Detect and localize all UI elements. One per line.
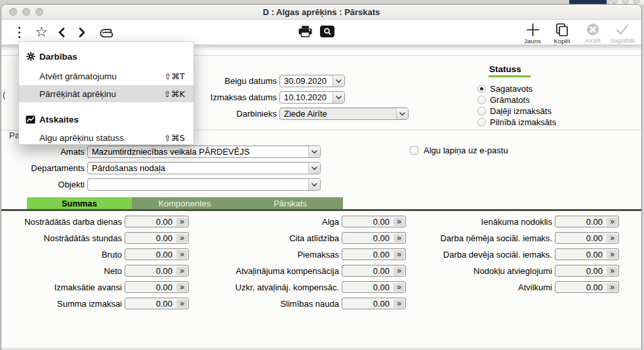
employee-value: Ziede Airīte (284, 109, 396, 119)
income-tax-field[interactable]: 0.00 » (555, 216, 619, 227)
vacation-compensation-field[interactable]: 0.00 » (342, 265, 406, 277)
expand-icon[interactable]: » (176, 250, 188, 259)
save-button[interactable]: Saglabāt (607, 23, 637, 45)
expand-icon[interactable]: » (607, 283, 618, 292)
copy-icon (555, 23, 569, 37)
plus-icon (526, 23, 540, 37)
expand-icon[interactable]: » (176, 283, 188, 292)
deductions-field[interactable]: 0.00 » (555, 281, 619, 293)
paperclip-icon[interactable] (98, 26, 117, 38)
deductions-label: Atvilkumi (421, 281, 552, 293)
tab-parskats[interactable]: Pārskats (237, 197, 343, 209)
expand-icon[interactable]: » (176, 218, 188, 226)
salary-field[interactable]: 0.00 » (342, 216, 406, 227)
position-select[interactable]: Mazumtirdzniecības veikala PĀRDEVĒJS (87, 146, 321, 158)
vacation-compensation-label: Atvaļinājuma kompensācija (211, 265, 339, 277)
tax-reliefs-field[interactable]: 0.00 » (555, 265, 619, 277)
print-icon[interactable] (298, 25, 312, 38)
employee-social-field[interactable]: 0.00 » (555, 232, 619, 244)
expand-icon[interactable]: » (607, 267, 618, 275)
menu-item-atvert-gramatojumu[interactable]: Atvērt grāmatojumu ⇧⌘T (19, 68, 193, 84)
menu-item-shortcut: ⇧⌘S (164, 133, 185, 143)
search-icon[interactable] (320, 26, 334, 37)
employer-social-label: Darba devēja sociāl. iemaks. (421, 248, 552, 260)
accrued-vacation-comp-value: 0.00 (343, 282, 393, 292)
expand-icon[interactable]: » (176, 300, 188, 308)
end-date-select[interactable]: 30.09.2020 (279, 75, 345, 87)
expand-icon[interactable]: » (393, 300, 405, 308)
employee-social-value: 0.00 (556, 233, 607, 243)
edge-fragment: ( (3, 90, 5, 100)
radio-pilniba-izmaksats[interactable] (477, 118, 486, 126)
department-label: Departaments (1, 162, 85, 174)
menu-item-parrekinat-aprekinu[interactable]: Pārrēķināt aprēķinu ⇧⌘K (19, 85, 193, 102)
title-bar: D : Algas aprēķins : Pārskats (1, 5, 641, 20)
tab-komponentes[interactable]: Komponentes (132, 197, 237, 209)
tax-reliefs-value: 0.00 (556, 266, 607, 276)
amount-payable-field[interactable]: 0.00 » (125, 298, 189, 309)
expand-icon[interactable]: » (393, 267, 405, 275)
chevron-down-icon (308, 163, 320, 174)
radio-sagatavots[interactable] (477, 85, 486, 93)
radio-daleji-izmaksats[interactable] (477, 107, 486, 115)
sick-pay-field[interactable]: 0.00 » (342, 298, 406, 309)
income-tax-label: Ienākuma nodoklis (421, 216, 552, 227)
copy-record-button[interactable]: Kopēt (547, 23, 577, 45)
expand-icon[interactable]: » (176, 267, 188, 275)
cancel-button[interactable]: Atcelt (578, 23, 608, 45)
chevron-down-icon (332, 75, 344, 87)
expand-icon[interactable]: » (393, 283, 405, 292)
menu-item-label: Algu aprēķinu statuss (39, 133, 124, 143)
objects-select[interactable] (87, 178, 321, 191)
expand-icon[interactable]: » (607, 218, 618, 226)
neto-field[interactable]: 0.00 » (125, 265, 189, 277)
other-remuneration-field[interactable]: 0.00 » (342, 232, 406, 244)
back-icon[interactable] (56, 26, 67, 38)
radio-gramatots[interactable] (477, 96, 486, 104)
app-window: D : Algas aprēķins : Pārskats ☆ Jauns (1, 4, 642, 350)
worked-days-value: 0.00 (126, 217, 176, 227)
amount-payable-value: 0.00 (126, 299, 176, 309)
department-select[interactable]: Pārdošanas nodaļa (87, 162, 321, 174)
menu-item-shortcut: ⇧⌘K (164, 89, 185, 99)
expand-icon[interactable]: » (393, 218, 405, 226)
menu-header-label: Atskaites (39, 115, 79, 125)
paid-advances-field[interactable]: 0.00 » (125, 281, 189, 293)
chevron-down-icon (308, 146, 320, 157)
checkmark-icon (615, 23, 630, 36)
employer-social-value: 0.00 (556, 250, 607, 260)
expand-icon[interactable]: » (393, 250, 405, 259)
expand-icon[interactable]: » (176, 234, 188, 243)
forward-icon[interactable] (77, 26, 87, 38)
other-remuneration-value: 0.00 (343, 233, 393, 243)
new-record-button[interactable]: Jauns (517, 23, 548, 45)
bruto-field[interactable]: 0.00 » (125, 248, 189, 260)
accrued-vacation-comp-field[interactable]: 0.00 » (342, 281, 406, 293)
paid-advances-value: 0.00 (126, 282, 176, 292)
menu-header-atskaites: Atskaites (19, 111, 193, 127)
kebab-menu-icon[interactable] (14, 24, 24, 40)
amount-payable-label: Summa izmaksai (1, 298, 122, 309)
position-value: Mazumtirdzniecības veikala PĀRDEVĒJS (92, 147, 308, 157)
sick-pay-value: 0.00 (343, 299, 393, 309)
tab-summas[interactable]: Summas (27, 197, 132, 209)
chevron-down-icon (308, 179, 320, 190)
bonuses-field[interactable]: 0.00 » (342, 248, 406, 260)
status-title: Statuss (489, 64, 521, 74)
end-date-value: 30.09.2020 (284, 76, 332, 86)
bruto-value: 0.00 (126, 250, 176, 260)
email-payslip-checkbox[interactable] (410, 146, 418, 155)
worked-hours-value: 0.00 (126, 233, 176, 243)
worked-days-field[interactable]: 0.00 » (125, 216, 189, 227)
employee-social-label: Darba ņēmēja sociāl. iemaks. (421, 232, 552, 244)
chevron-down-icon (396, 108, 408, 119)
favorite-star-icon[interactable]: ☆ (33, 25, 50, 39)
employee-select[interactable]: Ziede Airīte (279, 107, 409, 120)
expand-icon[interactable]: » (393, 234, 405, 243)
expand-icon[interactable]: » (607, 250, 618, 259)
worked-hours-field[interactable]: 0.00 » (125, 232, 189, 244)
payment-date-select[interactable]: 10.10.2020 (279, 91, 345, 104)
expand-icon[interactable]: » (607, 234, 618, 243)
menu-item-algu-aprekinu-statuss[interactable]: Algu aprēķinu statuss ⇧⌘S (19, 130, 193, 146)
employer-social-field[interactable]: 0.00 » (555, 248, 619, 260)
